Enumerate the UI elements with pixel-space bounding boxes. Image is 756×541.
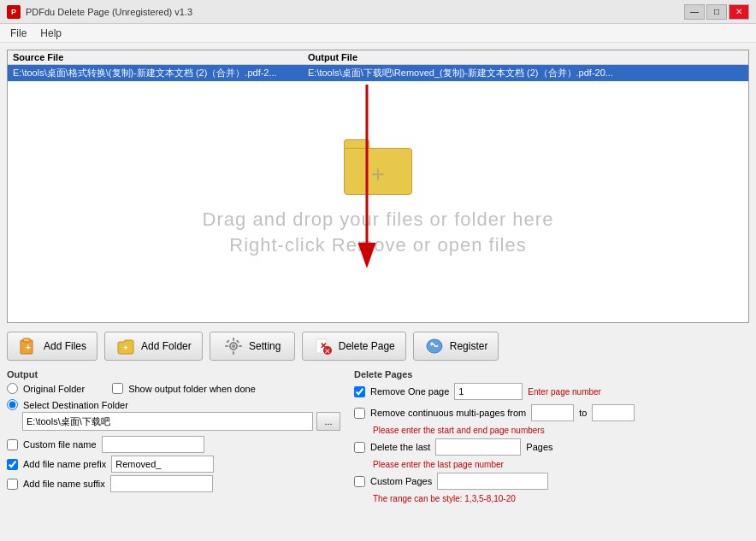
prefix-input[interactable] [111, 456, 214, 473]
original-folder-label: Original Folder [23, 384, 85, 394]
add-suffix-label: Add file name suffix [23, 479, 105, 489]
add-folder-button[interactable]: + Add Folder [104, 332, 203, 361]
custom-file-name-label: Custom file name [23, 439, 97, 450]
file-list-row[interactable]: E:\tools\桌面\格式转换\(复制)-新建文本文档 (2)（合并）.pdf… [8, 65, 748, 81]
page-number-input[interactable] [454, 383, 523, 400]
window-controls: — □ ✕ [684, 4, 749, 20]
register-icon [424, 336, 445, 356]
delete-section: Delete Pages Remove One page Enter page … [354, 369, 749, 507]
show-output-checkbox[interactable] [112, 383, 123, 394]
svg-rect-13 [236, 339, 239, 343]
svg-text:✕: ✕ [324, 347, 331, 356]
drop-text-1: Drag and drop your files or folder here [203, 209, 554, 231]
file-list-area: Source File Output File E:\tools\桌面\格式转换… [7, 50, 749, 323]
svg-point-7 [232, 344, 235, 348]
remove-continuous-checkbox[interactable] [354, 408, 365, 419]
remove-one-page-label: Remove One page [370, 386, 449, 397]
setting-label: Setting [249, 340, 281, 352]
add-prefix-label: Add file name prefix [23, 459, 106, 469]
menu-file[interactable]: File [3, 26, 33, 41]
range-from-input[interactable] [531, 404, 574, 421]
window-title: PDFdu Delete Page (Unregistered) v1.3 [26, 7, 684, 17]
custom-pages-checkbox[interactable] [354, 476, 365, 487]
remove-continuous-row: Remove continuous multi-pages from to [354, 404, 749, 421]
add-suffix-row: Add file name suffix [7, 475, 340, 492]
to-label: to [579, 408, 587, 418]
add-files-icon: + [18, 336, 38, 356]
setting-icon [223, 336, 244, 356]
custom-pages-label: Custom Pages [370, 476, 432, 486]
pages-label: Pages [526, 442, 552, 452]
add-files-button[interactable]: + Add Files [7, 332, 97, 361]
minimize-button[interactable]: — [684, 4, 705, 20]
svg-rect-11 [239, 345, 242, 347]
select-destination-label: Select Destination Folder [23, 400, 128, 410]
menu-help[interactable]: Help [33, 26, 68, 41]
register-button[interactable]: Register [413, 332, 499, 361]
browse-button[interactable]: ... [316, 412, 340, 431]
remove-continuous-label: Remove continuous multi-pages from [370, 408, 526, 418]
bottom-section: Output Original Folder Show output folde… [7, 369, 749, 507]
drop-text-2: Right-click Remove or open files [229, 234, 526, 256]
output-path-input[interactable] [22, 412, 313, 431]
maximize-button[interactable]: □ [706, 4, 727, 20]
range-to-input[interactable] [592, 404, 635, 421]
drop-zone: + Drag and drop your files or folder her… [8, 81, 748, 310]
custom-hint: The range can be style: 1,3,5-8,10-20 [373, 494, 749, 503]
col-output-label: Output File [308, 52, 743, 62]
remove-one-page-checkbox[interactable] [354, 386, 365, 397]
svg-rect-10 [225, 345, 228, 347]
setting-button[interactable]: Setting [210, 332, 295, 361]
svg-rect-9 [233, 351, 234, 355]
original-folder-radio[interactable] [7, 383, 18, 394]
output-section: Output Original Folder Show output folde… [7, 369, 340, 507]
svg-rect-8 [233, 338, 234, 341]
select-destination-row: Select Destination Folder [7, 399, 340, 410]
delete-page-label: Delete Page [339, 340, 395, 352]
add-folder-icon: + [115, 336, 136, 356]
delete-last-row: Delete the last Pages [354, 438, 749, 456]
col-source-label: Source File [13, 52, 308, 62]
custom-pages-input[interactable] [437, 473, 548, 490]
custom-file-name-row: Custom file name [7, 436, 340, 453]
source-file-path: E:\tools\桌面\格式转换\(复制)-新建文本文档 (2)（合并）.pdf… [13, 67, 308, 79]
svg-text:+: + [26, 343, 31, 352]
add-folder-label: Add Folder [141, 340, 192, 352]
continuous-hint: Please enter the start and end page numb… [373, 426, 749, 435]
register-label: Register [450, 340, 488, 352]
suffix-input[interactable] [110, 475, 213, 492]
add-files-label: Add Files [44, 340, 86, 352]
last-page-input[interactable] [435, 438, 521, 456]
last-page-hint: Please enter the last page number [373, 460, 749, 469]
custom-file-name-input[interactable] [102, 436, 204, 453]
add-suffix-checkbox[interactable] [7, 479, 18, 490]
delete-page-icon: ✕ ✕ [313, 336, 334, 356]
remove-one-page-row: Remove One page Enter page number [354, 383, 749, 400]
svg-point-19 [430, 343, 433, 345]
custom-pages-row: Custom Pages [354, 473, 749, 490]
title-bar: P PDFdu Delete Page (Unregistered) v1.3 … [0, 0, 756, 24]
select-destination-radio[interactable] [7, 399, 18, 410]
svg-rect-3 [23, 338, 30, 342]
page-number-hint: Enter page number [528, 387, 601, 397]
delete-last-checkbox[interactable] [354, 442, 365, 453]
toolbar: + Add Files + Add Folder [7, 328, 749, 364]
app-icon: P [7, 5, 21, 19]
delete-last-label: Delete the last [370, 442, 430, 452]
output-file-path: E:\tools\桌面\下载吧\Removed_(复制)-新建文本文档 (2)（… [308, 67, 743, 79]
folder-icon: + [344, 135, 412, 195]
add-prefix-checkbox[interactable] [7, 459, 18, 470]
custom-file-name-checkbox[interactable] [7, 439, 18, 450]
delete-section-title: Delete Pages [354, 369, 749, 379]
svg-rect-12 [226, 339, 229, 343]
add-prefix-row: Add file name prefix [7, 456, 340, 473]
output-section-title: Output [7, 369, 340, 379]
svg-text:+: + [123, 344, 127, 352]
path-row: ... [22, 412, 340, 431]
show-output-label: Show output folder when done [128, 384, 256, 394]
menu-bar: File Help [0, 24, 756, 43]
delete-page-button[interactable]: ✕ ✕ Delete Page [302, 332, 406, 361]
show-output-row: Original Folder Show output folder when … [7, 383, 340, 394]
main-content: Source File Output File E:\tools\桌面\格式转换… [0, 43, 756, 514]
close-button[interactable]: ✕ [729, 4, 749, 20]
